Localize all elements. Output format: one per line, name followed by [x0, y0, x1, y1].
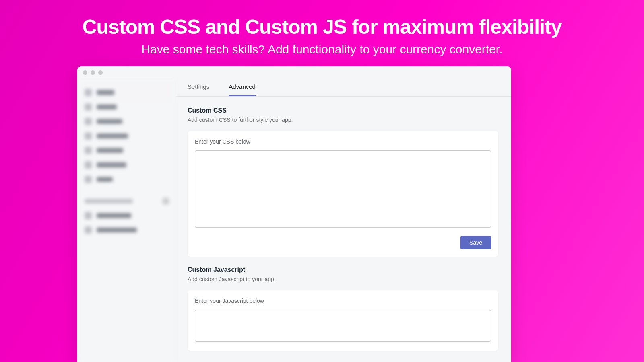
sidebar-item[interactable] — [85, 158, 176, 172]
nav-icon — [85, 176, 92, 183]
nav-icon — [85, 118, 92, 125]
sidebar-item[interactable] — [85, 144, 176, 157]
main-panel: Settings Advanced Custom CSS Add custom … — [176, 78, 511, 362]
sidebar-item[interactable] — [85, 86, 176, 99]
sidebar-item-label — [97, 177, 113, 182]
sidebar-item[interactable] — [85, 115, 176, 128]
sidebar-item-label — [97, 162, 126, 167]
sidebar-item-label — [97, 90, 114, 95]
nav-icon — [85, 161, 92, 169]
sidebar-item-label — [97, 105, 117, 109]
hero-banner: Custom CSS and Custom JS for maximum fle… — [0, 0, 644, 56]
tab-advanced[interactable]: Advanced — [229, 78, 256, 96]
section-title-css: Custom CSS — [188, 107, 498, 114]
save-button[interactable]: Save — [460, 236, 491, 249]
minimize-icon[interactable] — [91, 70, 95, 75]
sidebar-channel-item[interactable] — [85, 209, 176, 222]
nav-icon — [85, 147, 92, 154]
sidebar-item[interactable] — [85, 100, 176, 114]
channel-icon — [85, 212, 92, 219]
sidebar-channel-label — [97, 213, 131, 218]
sidebar-section-header — [85, 197, 176, 205]
nav-icon — [85, 103, 92, 111]
tab-bar: Settings Advanced — [176, 78, 511, 97]
section-desc-css: Add custom CSS to further style your app… — [188, 117, 498, 123]
css-input[interactable] — [195, 150, 491, 228]
sidebar-item-label — [97, 119, 122, 124]
hero-title: Custom CSS and Custom JS for maximum fle… — [0, 15, 644, 39]
window-titlebar — [77, 66, 511, 78]
sidebar — [77, 78, 176, 362]
add-channel-icon[interactable] — [162, 197, 169, 205]
sidebar-item[interactable] — [85, 173, 176, 186]
channel-icon — [85, 226, 92, 234]
sidebar-item-label — [97, 148, 123, 153]
nav-icon — [85, 132, 92, 140]
card-css: Enter your CSS below Save — [188, 131, 498, 257]
card-js: Enter your Javascript below — [188, 290, 498, 351]
tab-settings[interactable]: Settings — [188, 78, 209, 96]
app-window: Settings Advanced Custom CSS Add custom … — [77, 66, 511, 362]
section-desc-js: Add custom Javascript to your app. — [188, 276, 498, 282]
maximize-icon[interactable] — [98, 70, 103, 75]
sidebar-channel-item[interactable] — [85, 223, 176, 237]
sidebar-channel-label — [97, 228, 137, 232]
sidebar-section-label — [85, 199, 133, 203]
nav-icon — [85, 89, 92, 96]
card-label-js: Enter your Javascript below — [195, 298, 491, 304]
section-title-js: Custom Javascript — [188, 266, 498, 274]
hero-subtitle: Have some tech skills? Add functionality… — [0, 43, 644, 56]
sidebar-item-label — [97, 134, 128, 138]
js-input[interactable] — [195, 310, 491, 342]
sidebar-item[interactable] — [85, 129, 176, 143]
close-icon[interactable] — [83, 70, 87, 75]
card-label-css: Enter your CSS below — [195, 138, 491, 145]
